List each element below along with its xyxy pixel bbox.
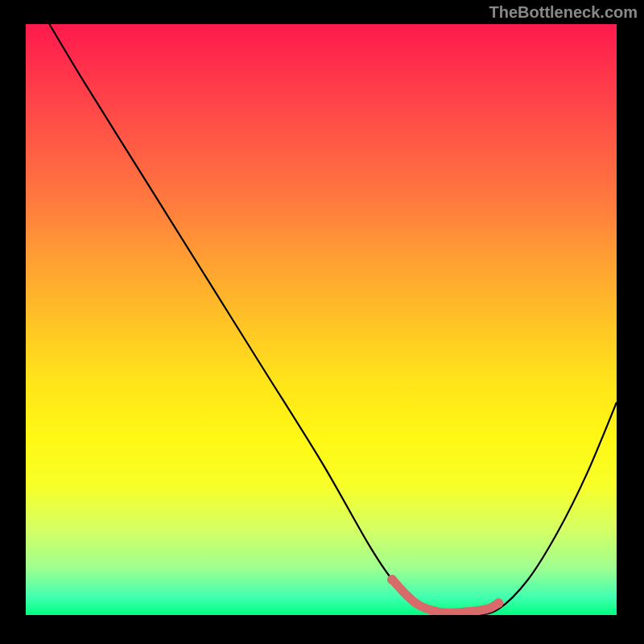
marker-end-dot: [493, 598, 503, 608]
plot-area: [26, 24, 617, 615]
bottleneck-curve-line: [49, 24, 617, 615]
marker-start-dot: [387, 575, 397, 584]
curve-svg: [26, 24, 617, 615]
watermark-text: TheBottleneck.com: [489, 3, 638, 22]
optimal-range-marker: [392, 580, 498, 613]
chart-container: TheBottleneck.com: [0, 0, 644, 644]
